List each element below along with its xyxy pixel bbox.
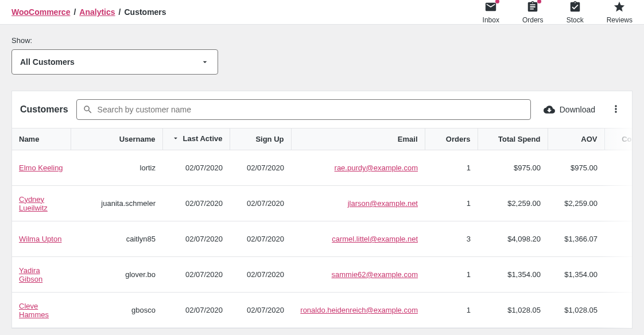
chevron-down-icon [200, 57, 210, 67]
activity-label: Stock [567, 16, 584, 24]
breadcrumb-sep: / [73, 7, 76, 17]
breadcrumb-parent[interactable]: Analytics [79, 7, 115, 17]
content: Show: All Customers Customers Download [0, 25, 644, 335]
last-active-cell: 02/07/2020 [162, 150, 230, 186]
sign-up-cell: 02/07/2020 [230, 221, 291, 257]
breadcrumb-current: Customers [124, 7, 166, 17]
notification-dot [537, 0, 541, 3]
table-row: Elmo Keelinglortiz02/07/202002/07/2020ra… [12, 150, 632, 186]
breadcrumb-sep: / [119, 7, 121, 17]
table-row: Cleve Hammesgbosco02/07/202002/07/2020ro… [12, 293, 632, 328]
aov-cell: $1,028.05 [548, 293, 604, 328]
customers-table: Name Username Last Active Sign Up Email … [12, 128, 632, 328]
total-spend-cell: $4,098.20 [478, 221, 548, 257]
username-cell: glover.bo [71, 257, 162, 293]
aov-cell: $975.00 [548, 150, 604, 186]
download-icon [544, 104, 555, 115]
email-link[interactable]: jlarson@example.net [348, 199, 418, 208]
customer-name-link[interactable]: Elmo Keeling [19, 163, 63, 172]
last-active-cell: 02/07/2020 [162, 186, 230, 221]
card-title: Customers [20, 104, 68, 115]
country-cell [604, 150, 632, 186]
activity-inbox[interactable]: Inbox [483, 1, 499, 24]
customer-name-link[interactable]: Cydney Lueilwitz [19, 195, 48, 212]
last-active-cell: 02/07/2020 [162, 293, 230, 328]
activity-panel: Inbox Orders Stock Reviews [483, 1, 633, 24]
filter-select[interactable]: All Customers [11, 49, 218, 75]
stock-icon [569, 1, 581, 13]
download-button[interactable]: Download [539, 104, 600, 115]
table-row: Yadira Gibsonglover.bo02/07/202002/07/20… [12, 257, 632, 293]
email-link[interactable]: sammie62@example.com [332, 270, 418, 279]
username-cell: caitlyn85 [71, 221, 162, 257]
sign-up-cell: 02/07/2020 [230, 257, 291, 293]
breadcrumb-root[interactable]: WooCommerce [11, 7, 70, 17]
activity-stock[interactable]: Stock [567, 1, 584, 24]
search-box[interactable] [76, 99, 531, 120]
orders-cell: 3 [425, 221, 478, 257]
total-spend-cell: $1,028.05 [478, 293, 548, 328]
sort-desc-icon [172, 134, 180, 144]
aov-cell: $1,354.00 [548, 257, 604, 293]
table-wrap: Name Username Last Active Sign Up Email … [12, 128, 632, 328]
activity-label: Inbox [483, 16, 499, 24]
filter-value: All Customers [20, 57, 75, 67]
col-aov[interactable]: AOV [548, 128, 604, 150]
search-icon [83, 104, 93, 115]
sign-up-cell: 02/07/2020 [230, 150, 291, 186]
orders-cell: 1 [425, 293, 478, 328]
customers-card: Customers Download Name [11, 91, 633, 329]
email-link[interactable]: rae.purdy@example.com [335, 163, 418, 172]
col-sign-up[interactable]: Sign Up [230, 128, 291, 150]
email-link[interactable]: carmel.littel@example.net [332, 235, 418, 243]
col-last-active[interactable]: Last Active [162, 128, 230, 150]
total-spend-cell: $975.00 [478, 150, 548, 186]
last-active-cell: 02/07/2020 [162, 221, 230, 257]
email-link[interactable]: ronaldo.heidenreich@example.com [300, 306, 418, 314]
col-country[interactable]: Co [604, 128, 632, 150]
search-input[interactable] [98, 105, 525, 114]
last-active-cell: 02/07/2020 [162, 257, 230, 293]
sign-up-cell: 02/07/2020 [230, 186, 291, 221]
sign-up-cell: 02/07/2020 [230, 293, 291, 328]
country-cell [604, 257, 632, 293]
card-header: Customers Download [12, 91, 632, 128]
col-total-spend[interactable]: Total Spend [478, 128, 548, 150]
total-spend-cell: $1,354.00 [478, 257, 548, 293]
breadcrumb: WooCommerce / Analytics / Customers [11, 7, 166, 17]
table-row: Cydney Lueilwitzjuanita.schmeler02/07/20… [12, 186, 632, 221]
download-label: Download [560, 105, 595, 114]
activity-orders[interactable]: Orders [522, 1, 544, 24]
orders-cell: 1 [425, 257, 478, 293]
username-cell: lortiz [71, 150, 162, 186]
table-row: Wilma Uptoncaitlyn8502/07/202002/07/2020… [12, 221, 632, 257]
col-name[interactable]: Name [12, 128, 71, 150]
activity-reviews[interactable]: Reviews [607, 1, 633, 24]
aov-cell: $2,259.00 [548, 186, 604, 221]
username-cell: gbosco [71, 293, 162, 328]
orders-cell: 1 [425, 150, 478, 186]
country-cell [604, 293, 632, 328]
country-cell [604, 221, 632, 257]
col-email[interactable]: Email [291, 128, 425, 150]
activity-label: Reviews [607, 16, 633, 24]
more-vertical-icon [610, 103, 622, 115]
customer-name-link[interactable]: Cleve Hammes [19, 302, 49, 319]
notification-dot [495, 0, 499, 3]
customer-name-link[interactable]: Wilma Upton [19, 235, 61, 243]
col-orders[interactable]: Orders [425, 128, 478, 150]
more-button[interactable] [608, 101, 624, 119]
customer-name-link[interactable]: Yadira Gibson [19, 266, 42, 283]
username-cell: juanita.schmeler [71, 186, 162, 221]
aov-cell: $1,366.07 [548, 221, 604, 257]
total-spend-cell: $2,259.00 [478, 186, 548, 221]
activity-label: Orders [522, 16, 544, 24]
col-username[interactable]: Username [71, 128, 162, 150]
top-bar: WooCommerce / Analytics / Customers Inbo… [0, 0, 644, 25]
country-cell [604, 186, 632, 221]
orders-cell: 1 [425, 186, 478, 221]
table-header-row: Name Username Last Active Sign Up Email … [12, 128, 632, 150]
filter-label: Show: [11, 36, 633, 45]
reviews-icon [613, 1, 626, 13]
